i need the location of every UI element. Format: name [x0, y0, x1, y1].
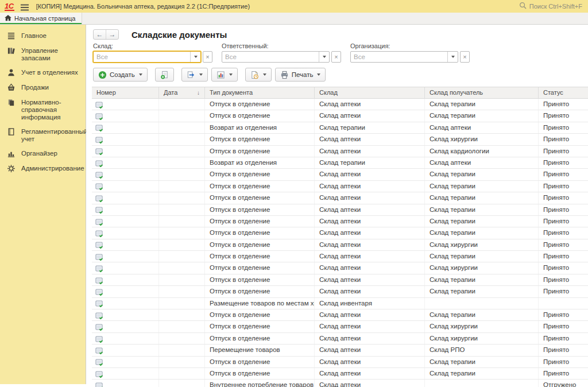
dropdown-button[interactable] — [447, 52, 458, 62]
cell-status: Принято — [538, 122, 588, 133]
cell-receiver: Склад кардиологии — [424, 146, 538, 157]
filter-value-input[interactable] — [351, 52, 447, 62]
sidebar-item-label: Учет в отделениях — [21, 69, 78, 76]
table-row[interactable]: Отпуск в отделениеСклад аптекиСклад тера… — [92, 251, 588, 262]
table-row[interactable]: Размещение товаров по местам храненияСкл… — [92, 298, 588, 309]
table-row[interactable]: Отпуск в отделениеСклад аптекиСклад тера… — [92, 227, 588, 239]
back-button[interactable]: ← — [94, 30, 106, 39]
table-row[interactable]: Отпуск в отделениеСклад аптекиСклад тера… — [92, 368, 588, 380]
table-row[interactable]: Отпуск в отделениеСклад аптекиСклад тера… — [92, 204, 588, 216]
report-button[interactable] — [211, 68, 238, 82]
filter-label: Ответственный: — [222, 42, 341, 49]
table-row[interactable]: Отпуск в отделениеСклад аптекиСклад хиру… — [92, 321, 588, 332]
dropdown-button[interactable] — [319, 52, 329, 62]
forward-button[interactable]: → — [106, 30, 118, 39]
cell-doctype: Отпуск в отделение — [204, 368, 314, 379]
filter-value-input[interactable] — [222, 52, 319, 62]
dropdown-button[interactable] — [190, 52, 200, 62]
cell-number — [92, 298, 158, 309]
cell-receiver: Склад хирургии — [424, 134, 538, 145]
table-row[interactable]: Отпуск в отделениеСклад аптекиСклад тера… — [92, 110, 588, 122]
table-row[interactable]: Отпуск в отделениеСклад аптекиСклад хиру… — [92, 262, 588, 274]
sidebar: ГлавноеУправление запасамиУчет в отделен… — [0, 25, 86, 384]
print-button[interactable]: Печать — [275, 68, 326, 82]
table-row[interactable]: Внутреннее потребление товаровСклад апте… — [92, 380, 588, 387]
filter-label: Организация: — [350, 42, 470, 49]
table-row[interactable]: Отпуск в отделениеСклад аптекиСклад хиру… — [92, 134, 588, 145]
column-header-receiver[interactable]: Склад получатель — [424, 87, 538, 98]
table-row[interactable]: Отпуск в отделениеСклад аптекиСклад хиру… — [92, 333, 588, 345]
column-header-doctype[interactable]: Тип документа — [204, 87, 314, 98]
table-row[interactable]: Возврат из отделенияСклад терапииСклад а… — [92, 122, 588, 134]
table-row[interactable]: Отпуск в отделениеСклад аптекиСклад тера… — [92, 357, 588, 368]
table-row[interactable]: Отпуск в отделениеСклад аптекиСклад тера… — [92, 99, 588, 110]
copy-button[interactable] — [155, 68, 174, 82]
basket-icon — [7, 83, 16, 92]
history-button[interactable] — [245, 68, 272, 82]
sidebar-item-5[interactable]: Нормативно-справочная информация — [0, 95, 86, 125]
sidebar-item-6[interactable]: Регламентированный учет — [0, 125, 86, 146]
cell-warehouse: Склад аптеки — [314, 146, 424, 157]
cell-doctype: Отпуск в отделение — [204, 227, 314, 238]
cell-receiver: Склад РПО — [424, 345, 538, 355]
document-posted-icon — [95, 312, 103, 319]
filter-value-input[interactable] — [94, 52, 190, 62]
table-row[interactable]: Отпуск в отделениеСклад аптекиСклад тера… — [92, 192, 588, 204]
table-row[interactable]: Возврат из отделенияСклад терапииСклад а… — [92, 157, 588, 169]
sidebar-item-1[interactable]: Главное — [0, 29, 86, 44]
cell-number — [92, 345, 158, 355]
table-row[interactable]: Отпуск в отделениеСклад аптекиСклад хиру… — [92, 239, 588, 251]
column-header-status[interactable]: Статус — [538, 87, 588, 98]
table-row[interactable]: Отпуск в отделениеСклад аптекиСклад кард… — [92, 146, 588, 157]
table-row[interactable]: Отпуск в отделениеСклад аптекиСклад тера… — [92, 216, 588, 227]
table-row[interactable]: Отпуск в отделениеСклад аптекиСклад тера… — [92, 286, 588, 297]
clear-filter-button[interactable]: × — [331, 51, 341, 63]
tab-home-page[interactable]: Начальная страница — [0, 13, 82, 24]
filter-input-box — [93, 51, 201, 63]
column-header-warehouse[interactable]: Склад — [314, 87, 424, 98]
sidebar-item-2[interactable]: Управление запасами — [0, 44, 86, 65]
cell-number — [92, 368, 158, 379]
cell-status: Принято — [538, 321, 588, 332]
cell-warehouse: Склад аптеки — [314, 357, 424, 367]
clear-filter-button[interactable]: × — [460, 51, 470, 63]
sidebar-item-3[interactable]: Учет в отделениях — [0, 65, 86, 80]
cell-status: Принято — [538, 262, 588, 273]
cell-receiver: Склад терапии — [424, 99, 538, 110]
sidebar-item-label: Главное — [21, 32, 47, 40]
column-header-number[interactable]: Номер — [92, 87, 158, 98]
cell-doctype: Размещение товаров по местам хранения — [204, 298, 314, 309]
cell-receiver: Склад терапии — [424, 181, 538, 192]
clear-filter-button[interactable]: × — [203, 51, 212, 63]
cell-status: Принято — [538, 251, 588, 262]
import-button[interactable] — [181, 68, 208, 82]
table-row[interactable]: Отпуск в отделениеСклад аптекиСклад тера… — [92, 169, 588, 180]
filter-input-box — [350, 51, 458, 63]
table-row[interactable]: Отпуск в отделениеСклад аптекиСклад тера… — [92, 309, 588, 321]
filter-2: Ответственный:× — [222, 42, 341, 63]
document-posted-icon — [95, 323, 103, 330]
create-button[interactable]: Создать — [93, 68, 148, 82]
sidebar-item-label: Органайзер — [21, 150, 57, 157]
column-header-date[interactable]: Дата↓ — [158, 87, 204, 98]
create-plus-icon — [98, 71, 107, 79]
sidebar-item-8[interactable]: Администрирование — [0, 161, 86, 176]
sidebar-item-4[interactable]: Продажи — [0, 80, 86, 95]
search-placeholder: Поиск Ctrl+Shift+F — [529, 3, 582, 10]
table-row[interactable]: Отпуск в отделениеСклад аптекиСклад тера… — [92, 274, 588, 286]
home-icon — [5, 13, 11, 24]
cell-receiver: Склад терапии — [424, 216, 538, 227]
cell-status: Принято — [538, 146, 588, 157]
cell-number — [92, 251, 158, 262]
document-posted-icon — [95, 335, 103, 342]
main-menu-icon[interactable] — [20, 3, 29, 10]
cell-doctype: Отпуск в отделение — [204, 321, 314, 332]
cell-number — [92, 227, 158, 238]
global-search[interactable]: Поиск Ctrl+Shift+F — [519, 1, 582, 11]
cell-date — [158, 146, 204, 157]
cell-number — [92, 169, 158, 180]
table-row[interactable]: Отпуск в отделениеСклад аптекиСклад тера… — [92, 181, 588, 192]
sidebar-item-7[interactable]: Органайзер — [0, 146, 86, 161]
table-row[interactable]: Перемещение товаровСклад аптекиСклад РПО… — [92, 345, 588, 356]
cell-status: Принято — [538, 192, 588, 203]
